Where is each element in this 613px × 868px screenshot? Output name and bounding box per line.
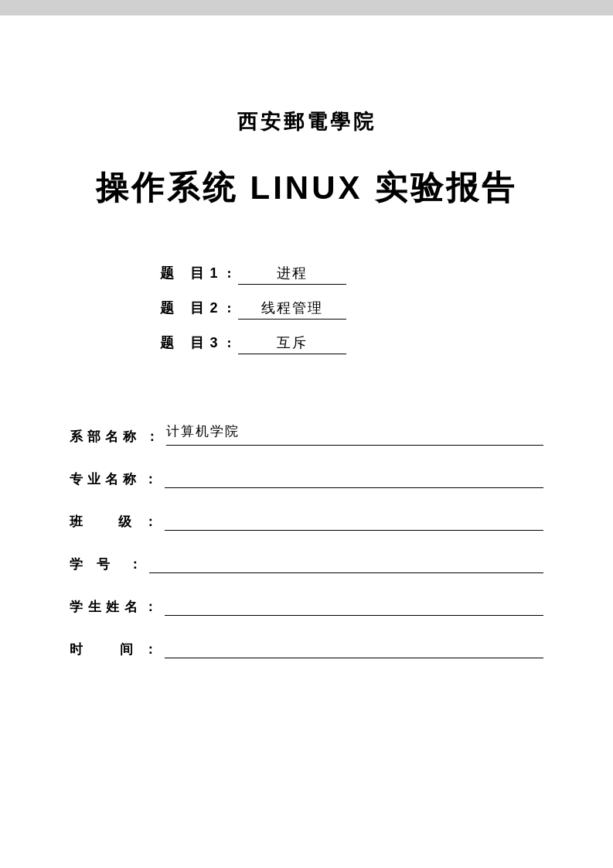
info-value-wrapper-3 xyxy=(165,510,543,531)
info-section: 系部名称：计算机学院专业名称：班 级：学号：学生姓名：时 间： xyxy=(70,422,543,680)
info-row-5: 学生姓名： xyxy=(70,595,543,616)
info-value-wrapper-2 xyxy=(165,467,543,488)
topic-colon-1: : xyxy=(227,265,232,282)
info-underline-6 xyxy=(165,658,543,658)
info-value-wrapper-6 xyxy=(165,637,543,658)
topic-label-3: 题 目3 xyxy=(160,333,224,352)
topic-row-1: 题 目1:进程 xyxy=(160,264,454,285)
info-colon-3: ： xyxy=(144,513,157,531)
info-value-wrapper-5 xyxy=(165,595,543,616)
topic-row-3: 题 目3:互斥 xyxy=(160,333,454,354)
info-underline-3 xyxy=(165,530,543,531)
info-label-2: 专业名称 xyxy=(70,470,139,488)
info-label-1: 系部名称 xyxy=(70,428,141,446)
info-colon-5: ： xyxy=(144,598,157,616)
topics-section: 题 目1:进程题 目2:线程管理题 目3:互斥 xyxy=(70,264,543,368)
info-value-wrapper-1: 计算机学院 xyxy=(166,422,543,446)
topic-row-2: 题 目2:线程管理 xyxy=(160,299,454,320)
info-colon-4: ： xyxy=(128,555,141,573)
info-row-1: 系部名称：计算机学院 xyxy=(70,422,543,446)
topic-label-2: 题 目2 xyxy=(160,299,224,317)
info-underline-5 xyxy=(165,615,543,616)
school-name: 西安郵電學院 xyxy=(237,108,376,135)
info-label-3: 班 级 xyxy=(70,513,139,531)
info-row-4: 学号： xyxy=(70,552,543,573)
topic-colon-2: : xyxy=(227,300,232,316)
topic-label-1: 题 目1 xyxy=(160,264,224,282)
document-page: 西安郵電學院 操作系统 LINUX 实验报告 题 目1:进程题 目2:线程管理题… xyxy=(0,15,613,868)
info-value-text-1: 计算机学院 xyxy=(166,422,240,443)
report-title: 操作系统 LINUX 实验报告 xyxy=(96,166,517,210)
info-value-wrapper-4 xyxy=(149,552,543,573)
info-colon-6: ： xyxy=(144,641,157,658)
topic-value-2: 线程管理 xyxy=(238,299,346,320)
info-underline-2 xyxy=(165,487,543,488)
info-colon-2: ： xyxy=(144,470,157,488)
topic-colon-3: : xyxy=(227,335,232,351)
info-label-4: 学号 xyxy=(70,555,124,573)
info-label-5: 学生姓名 xyxy=(70,598,139,616)
info-colon-1: ： xyxy=(145,428,158,446)
info-label-6: 时 间 xyxy=(70,641,139,658)
topic-value-1: 进程 xyxy=(238,264,346,285)
info-row-3: 班 级： xyxy=(70,510,543,531)
info-underline-4 xyxy=(149,572,543,573)
info-row-6: 时 间： xyxy=(70,637,543,658)
info-underline-1 xyxy=(166,445,543,446)
info-row-2: 专业名称： xyxy=(70,467,543,488)
topic-value-3: 互斥 xyxy=(238,333,346,354)
